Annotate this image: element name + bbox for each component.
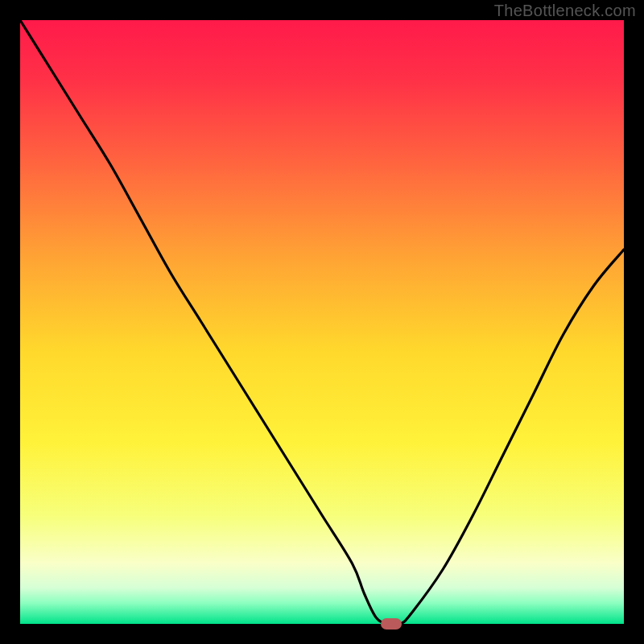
- gradient-background: [20, 20, 624, 624]
- optimum-marker: [381, 618, 402, 630]
- watermark-text: TheBottleneck.com: [494, 2, 636, 20]
- plot-svg: [20, 20, 624, 624]
- chart-frame: TheBottleneck.com: [0, 0, 644, 644]
- plot-area: [20, 20, 624, 624]
